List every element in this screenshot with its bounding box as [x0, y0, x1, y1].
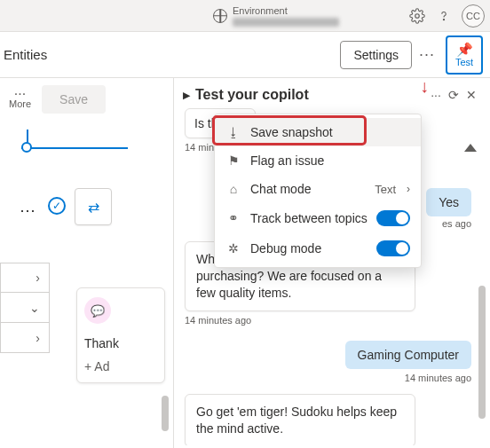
chat-icon: ⌂: [225, 182, 241, 196]
menu-label: Track between topics: [250, 211, 368, 225]
authoring-canvas: ··· More Save ⋯ ✓ ⇄ › ⌄ › 💬 Thank + Ad: [0, 78, 173, 448]
branch-node[interactable]: ⇄: [75, 188, 112, 225]
avatar-initials: CC: [466, 11, 480, 21]
page-header: Entities Settings ··· 📌 Test: [0, 32, 490, 78]
environment-name-redacted: [233, 18, 339, 27]
svg-point-0: [415, 14, 420, 19]
download-icon: ⭳: [225, 125, 241, 139]
toggle-on[interactable]: [376, 240, 410, 256]
close-icon[interactable]: ✕: [462, 88, 480, 102]
panel-more-menu: ⭳ Save snapshot ⚑ Flag an issue ⌂ Chat m…: [214, 114, 422, 268]
menu-label: Chat mode: [250, 182, 366, 196]
menu-label: Flag an issue: [250, 153, 410, 168]
menu-item-flag-issue[interactable]: ⚑ Flag an issue: [215, 146, 421, 175]
bug-icon: ✲: [225, 241, 241, 255]
save-button[interactable]: Save: [42, 85, 106, 114]
scrollbar[interactable]: [162, 396, 169, 431]
option-row[interactable]: ›: [0, 263, 50, 293]
message-icon: 💬: [84, 297, 111, 324]
menu-item-chat-mode[interactable]: ⌂ Chat mode Text ›: [215, 175, 421, 203]
connector-line: [21, 147, 128, 149]
user-reply-chip: Yes: [426, 188, 471, 216]
more-label: More: [9, 98, 31, 109]
scrollbar[interactable]: [478, 286, 486, 419]
app-header: Environment CC: [0, 0, 490, 32]
timestamp: 14 minutes ago: [185, 315, 478, 326]
check-circle-icon: ✓: [48, 197, 66, 215]
menu-item-debug-mode[interactable]: ✲ Debug mode: [215, 233, 421, 263]
gear-icon[interactable]: [408, 7, 426, 25]
branch-icon: ⇄: [88, 199, 99, 216]
menu-label: Debug mode: [250, 241, 368, 255]
panel-title: Test your copilot: [195, 87, 309, 103]
refresh-icon[interactable]: ⟳: [445, 88, 462, 102]
track-icon: ⚭: [225, 211, 241, 225]
message-node-title: Thank: [84, 336, 157, 350]
scroll-up-icon[interactable]: [464, 144, 477, 152]
annotation-arrow: [420, 76, 429, 97]
option-stack: › ⌄ ›: [0, 263, 50, 353]
bot-message: Go get 'em tiger! Sudoku helps keep the …: [185, 394, 415, 445]
toggle-on[interactable]: [376, 210, 410, 226]
ellipsis-icon: ···: [14, 90, 26, 98]
panel-more-button[interactable]: ···: [427, 88, 445, 102]
pin-icon: 📌: [456, 43, 473, 56]
test-button[interactable]: 📌 Test: [446, 35, 483, 75]
option-row[interactable]: ›: [0, 323, 50, 353]
menu-value: Text: [375, 183, 396, 196]
environment-label: Environment: [233, 5, 339, 16]
globe-icon: [213, 9, 227, 23]
message-node[interactable]: 💬 Thank + Ad: [76, 287, 165, 383]
menu-label: Save snapshot: [250, 125, 410, 139]
node-dot: [21, 142, 32, 153]
more-button[interactable]: ··· More: [9, 90, 31, 109]
timestamp: es ago: [442, 218, 471, 229]
environment-block[interactable]: Environment: [213, 5, 339, 27]
option-row[interactable]: ⌄: [0, 293, 50, 323]
node-overflow-button[interactable]: ⋯: [20, 200, 36, 220]
page-title: Entities: [0, 47, 47, 62]
add-action[interactable]: + Ad: [84, 359, 157, 373]
help-icon[interactable]: [435, 7, 453, 25]
user-reply-chip: Gaming Computer: [345, 341, 471, 369]
collapse-caret-icon[interactable]: ▶: [183, 90, 190, 101]
test-button-label: Test: [455, 57, 473, 67]
timestamp: 14 minutes ago: [405, 373, 471, 383]
menu-item-save-snapshot[interactable]: ⭳ Save snapshot: [215, 118, 421, 146]
chevron-right-icon: ›: [407, 183, 410, 195]
menu-item-track-topics[interactable]: ⚭ Track between topics: [215, 203, 421, 233]
overflow-menu-button[interactable]: ···: [412, 45, 442, 64]
avatar[interactable]: CC: [462, 4, 485, 28]
flag-icon: ⚑: [225, 153, 241, 168]
settings-button[interactable]: Settings: [340, 41, 412, 69]
svg-point-1: [443, 20, 444, 20]
